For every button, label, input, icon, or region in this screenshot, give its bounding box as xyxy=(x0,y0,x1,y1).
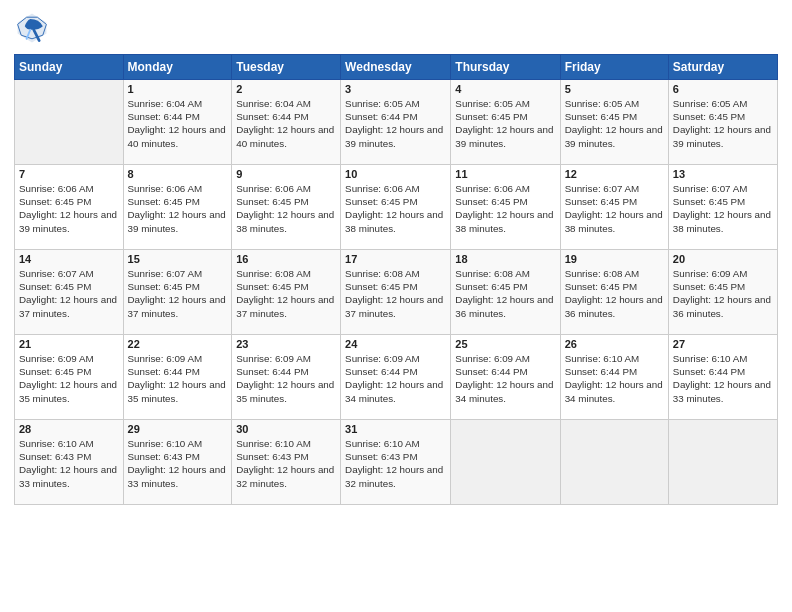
day-info: Sunrise: 6:05 AM Sunset: 6:44 PM Dayligh… xyxy=(345,97,446,150)
col-friday: Friday xyxy=(560,55,668,80)
day-number: 20 xyxy=(673,253,773,265)
day-number: 14 xyxy=(19,253,119,265)
col-saturday: Saturday xyxy=(668,55,777,80)
col-monday: Monday xyxy=(123,55,232,80)
day-number: 28 xyxy=(19,423,119,435)
day-number: 5 xyxy=(565,83,664,95)
day-info: Sunrise: 6:09 AM Sunset: 6:45 PM Dayligh… xyxy=(19,352,119,405)
day-number: 26 xyxy=(565,338,664,350)
day-info: Sunrise: 6:09 AM Sunset: 6:44 PM Dayligh… xyxy=(236,352,336,405)
table-row: 3Sunrise: 6:05 AM Sunset: 6:44 PM Daylig… xyxy=(341,80,451,165)
day-info: Sunrise: 6:06 AM Sunset: 6:45 PM Dayligh… xyxy=(455,182,555,235)
day-info: Sunrise: 6:06 AM Sunset: 6:45 PM Dayligh… xyxy=(128,182,228,235)
table-row: 31Sunrise: 6:10 AM Sunset: 6:43 PM Dayli… xyxy=(341,420,451,505)
day-number: 7 xyxy=(19,168,119,180)
col-sunday: Sunday xyxy=(15,55,124,80)
table-row: 1Sunrise: 6:04 AM Sunset: 6:44 PM Daylig… xyxy=(123,80,232,165)
day-info: Sunrise: 6:10 AM Sunset: 6:43 PM Dayligh… xyxy=(128,437,228,490)
day-number: 17 xyxy=(345,253,446,265)
day-info: Sunrise: 6:06 AM Sunset: 6:45 PM Dayligh… xyxy=(345,182,446,235)
day-number: 10 xyxy=(345,168,446,180)
day-number: 24 xyxy=(345,338,446,350)
day-info: Sunrise: 6:06 AM Sunset: 6:45 PM Dayligh… xyxy=(19,182,119,235)
table-row: 6Sunrise: 6:05 AM Sunset: 6:45 PM Daylig… xyxy=(668,80,777,165)
day-info: Sunrise: 6:09 AM Sunset: 6:45 PM Dayligh… xyxy=(673,267,773,320)
day-info: Sunrise: 6:05 AM Sunset: 6:45 PM Dayligh… xyxy=(565,97,664,150)
day-info: Sunrise: 6:06 AM Sunset: 6:45 PM Dayligh… xyxy=(236,182,336,235)
table-row: 13Sunrise: 6:07 AM Sunset: 6:45 PM Dayli… xyxy=(668,165,777,250)
day-info: Sunrise: 6:08 AM Sunset: 6:45 PM Dayligh… xyxy=(345,267,446,320)
day-info: Sunrise: 6:10 AM Sunset: 6:43 PM Dayligh… xyxy=(19,437,119,490)
day-number: 1 xyxy=(128,83,228,95)
day-number: 29 xyxy=(128,423,228,435)
table-row: 22Sunrise: 6:09 AM Sunset: 6:44 PM Dayli… xyxy=(123,335,232,420)
day-info: Sunrise: 6:09 AM Sunset: 6:44 PM Dayligh… xyxy=(345,352,446,405)
col-thursday: Thursday xyxy=(451,55,560,80)
day-number: 6 xyxy=(673,83,773,95)
day-info: Sunrise: 6:08 AM Sunset: 6:45 PM Dayligh… xyxy=(455,267,555,320)
table-row: 2Sunrise: 6:04 AM Sunset: 6:44 PM Daylig… xyxy=(232,80,341,165)
calendar-table: Sunday Monday Tuesday Wednesday Thursday… xyxy=(14,54,778,505)
day-info: Sunrise: 6:08 AM Sunset: 6:45 PM Dayligh… xyxy=(565,267,664,320)
col-tuesday: Tuesday xyxy=(232,55,341,80)
table-row: 20Sunrise: 6:09 AM Sunset: 6:45 PM Dayli… xyxy=(668,250,777,335)
day-number: 9 xyxy=(236,168,336,180)
day-number: 23 xyxy=(236,338,336,350)
week-row-5: 28Sunrise: 6:10 AM Sunset: 6:43 PM Dayli… xyxy=(15,420,778,505)
table-row: 16Sunrise: 6:08 AM Sunset: 6:45 PM Dayli… xyxy=(232,250,341,335)
day-number: 12 xyxy=(565,168,664,180)
day-number: 19 xyxy=(565,253,664,265)
day-info: Sunrise: 6:05 AM Sunset: 6:45 PM Dayligh… xyxy=(455,97,555,150)
table-row: 10Sunrise: 6:06 AM Sunset: 6:45 PM Dayli… xyxy=(341,165,451,250)
table-row: 30Sunrise: 6:10 AM Sunset: 6:43 PM Dayli… xyxy=(232,420,341,505)
day-number: 3 xyxy=(345,83,446,95)
day-info: Sunrise: 6:09 AM Sunset: 6:44 PM Dayligh… xyxy=(128,352,228,405)
day-number: 30 xyxy=(236,423,336,435)
day-number: 13 xyxy=(673,168,773,180)
day-info: Sunrise: 6:04 AM Sunset: 6:44 PM Dayligh… xyxy=(236,97,336,150)
table-row: 17Sunrise: 6:08 AM Sunset: 6:45 PM Dayli… xyxy=(341,250,451,335)
day-number: 31 xyxy=(345,423,446,435)
header xyxy=(14,10,778,46)
day-info: Sunrise: 6:10 AM Sunset: 6:43 PM Dayligh… xyxy=(345,437,446,490)
day-info: Sunrise: 6:07 AM Sunset: 6:45 PM Dayligh… xyxy=(565,182,664,235)
week-row-3: 14Sunrise: 6:07 AM Sunset: 6:45 PM Dayli… xyxy=(15,250,778,335)
day-number: 16 xyxy=(236,253,336,265)
day-info: Sunrise: 6:07 AM Sunset: 6:45 PM Dayligh… xyxy=(673,182,773,235)
table-row: 28Sunrise: 6:10 AM Sunset: 6:43 PM Dayli… xyxy=(15,420,124,505)
table-row: 8Sunrise: 6:06 AM Sunset: 6:45 PM Daylig… xyxy=(123,165,232,250)
table-row xyxy=(15,80,124,165)
day-info: Sunrise: 6:10 AM Sunset: 6:43 PM Dayligh… xyxy=(236,437,336,490)
day-info: Sunrise: 6:10 AM Sunset: 6:44 PM Dayligh… xyxy=(565,352,664,405)
page: Sunday Monday Tuesday Wednesday Thursday… xyxy=(0,0,792,612)
day-number: 4 xyxy=(455,83,555,95)
day-number: 21 xyxy=(19,338,119,350)
table-row: 7Sunrise: 6:06 AM Sunset: 6:45 PM Daylig… xyxy=(15,165,124,250)
day-info: Sunrise: 6:07 AM Sunset: 6:45 PM Dayligh… xyxy=(19,267,119,320)
table-row: 11Sunrise: 6:06 AM Sunset: 6:45 PM Dayli… xyxy=(451,165,560,250)
table-row: 29Sunrise: 6:10 AM Sunset: 6:43 PM Dayli… xyxy=(123,420,232,505)
week-row-4: 21Sunrise: 6:09 AM Sunset: 6:45 PM Dayli… xyxy=(15,335,778,420)
day-number: 25 xyxy=(455,338,555,350)
table-row: 9Sunrise: 6:06 AM Sunset: 6:45 PM Daylig… xyxy=(232,165,341,250)
day-info: Sunrise: 6:08 AM Sunset: 6:45 PM Dayligh… xyxy=(236,267,336,320)
day-info: Sunrise: 6:05 AM Sunset: 6:45 PM Dayligh… xyxy=(673,97,773,150)
day-number: 22 xyxy=(128,338,228,350)
day-info: Sunrise: 6:09 AM Sunset: 6:44 PM Dayligh… xyxy=(455,352,555,405)
day-number: 15 xyxy=(128,253,228,265)
table-row: 15Sunrise: 6:07 AM Sunset: 6:45 PM Dayli… xyxy=(123,250,232,335)
col-wednesday: Wednesday xyxy=(341,55,451,80)
day-info: Sunrise: 6:04 AM Sunset: 6:44 PM Dayligh… xyxy=(128,97,228,150)
logo xyxy=(14,10,54,46)
day-info: Sunrise: 6:10 AM Sunset: 6:44 PM Dayligh… xyxy=(673,352,773,405)
table-row: 26Sunrise: 6:10 AM Sunset: 6:44 PM Dayli… xyxy=(560,335,668,420)
table-row xyxy=(668,420,777,505)
table-row: 12Sunrise: 6:07 AM Sunset: 6:45 PM Dayli… xyxy=(560,165,668,250)
day-info: Sunrise: 6:07 AM Sunset: 6:45 PM Dayligh… xyxy=(128,267,228,320)
table-row: 27Sunrise: 6:10 AM Sunset: 6:44 PM Dayli… xyxy=(668,335,777,420)
week-row-2: 7Sunrise: 6:06 AM Sunset: 6:45 PM Daylig… xyxy=(15,165,778,250)
day-number: 27 xyxy=(673,338,773,350)
table-row: 21Sunrise: 6:09 AM Sunset: 6:45 PM Dayli… xyxy=(15,335,124,420)
table-row: 25Sunrise: 6:09 AM Sunset: 6:44 PM Dayli… xyxy=(451,335,560,420)
table-row: 5Sunrise: 6:05 AM Sunset: 6:45 PM Daylig… xyxy=(560,80,668,165)
